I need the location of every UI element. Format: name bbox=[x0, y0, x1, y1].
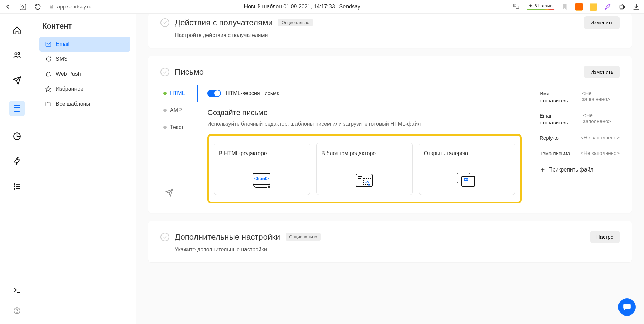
field-subject: Тема письма<Не заполнено> bbox=[540, 150, 620, 157]
sidebar-item-all-templates[interactable]: Все шаблоны bbox=[39, 96, 130, 111]
yandex-icon[interactable] bbox=[19, 3, 27, 11]
create-letter-hint: Используйте блочный редактор, шаблоны пи… bbox=[207, 120, 522, 128]
option-block-editor[interactable]: В блочном редакторе bbox=[316, 143, 412, 195]
svg-rect-6 bbox=[624, 6, 625, 8]
section-desc: Настройте действия с получателями bbox=[175, 32, 620, 38]
automation-icon[interactable] bbox=[12, 156, 22, 166]
svg-marker-22 bbox=[46, 86, 51, 92]
star-icon bbox=[45, 86, 52, 92]
feather-icon[interactable] bbox=[604, 3, 611, 11]
tab-amp[interactable]: AMP bbox=[160, 102, 198, 119]
gallery-icon bbox=[424, 172, 510, 189]
edit-button[interactable]: Изменить bbox=[584, 66, 620, 78]
sidebar-item-email[interactable]: Email bbox=[39, 37, 130, 52]
side-panel: Контент Email SMS Web Push Избранное Все… bbox=[34, 14, 136, 324]
analytics-icon[interactable] bbox=[12, 131, 22, 141]
svg-point-12 bbox=[14, 184, 15, 184]
svg-point-20 bbox=[17, 312, 17, 313]
bookmark-icon[interactable] bbox=[561, 3, 569, 11]
sms-icon bbox=[45, 56, 52, 62]
sidebar-item-sms[interactable]: SMS bbox=[39, 52, 130, 67]
page-title: Новый шаблон 01.09.2021, 14:17:33 | Send… bbox=[98, 4, 506, 10]
tab-label: AMP bbox=[170, 107, 182, 113]
letter-aside: Имя отправителя<Не заполнено> Email отпр… bbox=[531, 85, 620, 203]
svg-text:<html>: <html> bbox=[254, 176, 269, 181]
console-icon[interactable] bbox=[12, 285, 22, 295]
bell-icon bbox=[45, 71, 52, 77]
create-letter-heading: Создайте письмо bbox=[207, 108, 522, 117]
option-html-editor[interactable]: В HTML-редакторе <html> bbox=[214, 143, 310, 195]
sidebar-item-label: SMS bbox=[56, 56, 68, 62]
check-icon bbox=[160, 233, 169, 241]
svg-point-14 bbox=[14, 186, 15, 187]
letter-tabs: HTML AMP Текст bbox=[160, 85, 198, 203]
extension-yellow-icon[interactable] bbox=[590, 3, 597, 11]
svg-rect-9 bbox=[14, 105, 20, 111]
reviews-text: 61 отзыв bbox=[534, 4, 552, 8]
letter-main: HTML-версия письма Создайте письмо Испол… bbox=[198, 85, 531, 203]
tab-text[interactable]: Текст bbox=[160, 119, 198, 136]
option-label: Открыть галерею bbox=[424, 150, 510, 166]
option-open-gallery[interactable]: Открыть галерею bbox=[419, 143, 515, 195]
html-editor-icon: <html> bbox=[219, 172, 305, 189]
attach-label: Прикрепить файл bbox=[548, 167, 593, 173]
field-sender-name: Имя отправителя<Не заполнено> bbox=[540, 90, 620, 104]
check-icon bbox=[160, 18, 169, 27]
reviews-widget[interactable]: ★ 61 отзыв bbox=[527, 4, 554, 10]
translate-icon[interactable] bbox=[513, 3, 520, 11]
section-recipients: Действия с получателями Опционально Изме… bbox=[148, 14, 632, 48]
check-icon bbox=[160, 68, 169, 76]
help-icon[interactable] bbox=[12, 306, 22, 316]
home-icon[interactable] bbox=[12, 25, 22, 35]
section-title: Действия с получателями bbox=[175, 18, 273, 28]
edit-button[interactable]: Настро bbox=[590, 231, 620, 243]
editor-options-highlight: В HTML-редакторе <html> В блочном редакт… bbox=[207, 134, 522, 203]
html-version-toggle[interactable] bbox=[207, 90, 221, 97]
sidebar-item-webpush[interactable]: Web Push bbox=[39, 67, 130, 82]
extension-orange-icon[interactable] bbox=[575, 3, 583, 11]
templates-icon[interactable] bbox=[9, 101, 25, 116]
folder-icon bbox=[45, 101, 52, 107]
tab-label: Текст bbox=[170, 124, 184, 130]
download-icon[interactable] bbox=[632, 3, 640, 11]
url-bar[interactable]: app.sendsay.ru bbox=[49, 4, 91, 10]
svg-rect-3 bbox=[516, 6, 519, 8]
attach-file-button[interactable]: Прикрепить файл bbox=[540, 167, 620, 173]
section-title: Дополнительные настройки bbox=[175, 232, 280, 242]
sidebar-item-label: Все шаблоны bbox=[56, 101, 90, 107]
svg-rect-4 bbox=[620, 5, 624, 9]
section-letter: Письмо Изменить HTML AMP Текст HTML-верс… bbox=[148, 56, 632, 213]
browser-bar: app.sendsay.ru Новый шаблон 01.09.2021, … bbox=[0, 0, 644, 14]
block-editor-icon bbox=[321, 172, 407, 189]
chat-widget[interactable] bbox=[618, 298, 636, 316]
edit-button[interactable]: Изменить bbox=[584, 16, 620, 29]
toggle-label: HTML-версия письма bbox=[226, 90, 280, 96]
back-icon[interactable] bbox=[4, 3, 12, 11]
nav-rail bbox=[0, 14, 34, 324]
optional-badge: Опционально bbox=[286, 233, 320, 241]
mail-icon bbox=[45, 41, 52, 48]
section-additional: Дополнительные настройки Опционально Нас… bbox=[148, 221, 632, 262]
svg-point-8 bbox=[18, 53, 19, 54]
plus-icon bbox=[540, 167, 546, 173]
field-sender-email: Email отправителя<Не заполнено> bbox=[540, 112, 620, 126]
sidebar-item-label: Избранное bbox=[56, 86, 83, 92]
people-icon[interactable] bbox=[12, 50, 22, 60]
reload-icon[interactable] bbox=[34, 3, 41, 11]
main-content: Действия с получателями Опционально Изме… bbox=[136, 14, 644, 324]
svg-rect-1 bbox=[50, 6, 53, 8]
send-icon[interactable] bbox=[12, 75, 22, 86]
tab-html[interactable]: HTML bbox=[160, 85, 198, 102]
side-panel-title: Контент bbox=[39, 22, 130, 37]
section-desc: Укажите дополнительные настройки bbox=[175, 247, 620, 253]
sidebar-item-label: Email bbox=[56, 41, 69, 47]
tab-label: HTML bbox=[170, 90, 185, 96]
sidebar-item-favorites[interactable]: Избранное bbox=[39, 82, 130, 96]
send-preview-icon[interactable] bbox=[160, 182, 198, 203]
svg-rect-5 bbox=[621, 4, 622, 5]
optional-badge: Опционально bbox=[278, 19, 313, 26]
list-icon[interactable] bbox=[12, 181, 22, 192]
extensions-icon[interactable] bbox=[618, 3, 626, 11]
section-title: Письмо bbox=[175, 67, 204, 77]
url-text: app.sendsay.ru bbox=[57, 4, 91, 10]
